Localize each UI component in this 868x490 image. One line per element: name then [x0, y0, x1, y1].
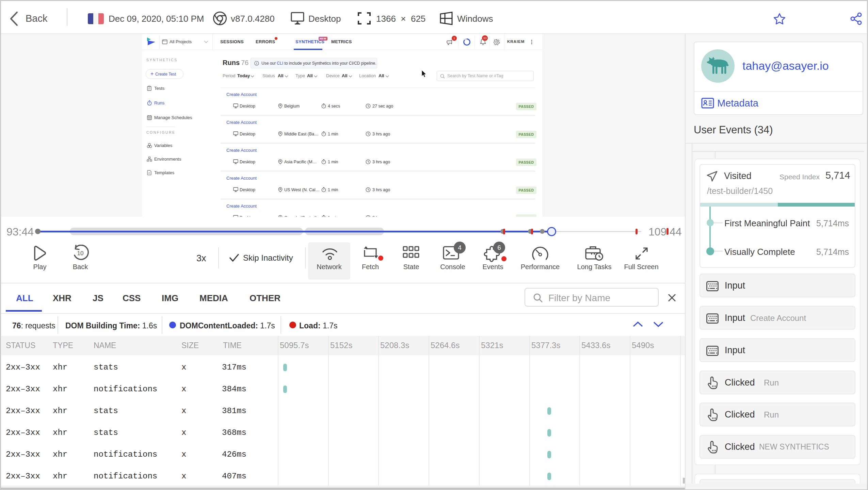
svg-text:10: 10	[77, 250, 84, 257]
